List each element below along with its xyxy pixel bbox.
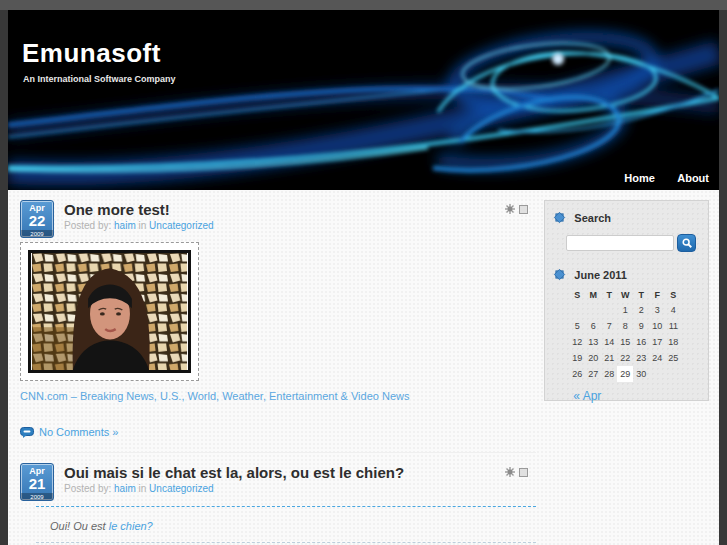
search-widget: Search xyxy=(553,211,700,252)
calendar-empty-cell xyxy=(601,302,617,318)
window-top-strip xyxy=(0,0,727,10)
calendar-day-cell: 17 xyxy=(649,334,665,350)
calendar-day-cell: 15 xyxy=(617,334,633,350)
header-swirl-art xyxy=(8,10,719,190)
calendar-empty-cell xyxy=(585,302,601,318)
calendar-day-cell: 26 xyxy=(569,366,585,382)
calendar-day-cell: 8 xyxy=(617,318,633,334)
main-nav: Home About xyxy=(606,168,709,186)
gear-icon[interactable] xyxy=(505,204,515,214)
date-year: 2009 xyxy=(21,230,53,238)
post-meta: Posted by: haim in Uncategorized xyxy=(64,220,214,231)
calendar-day-header: T xyxy=(601,287,617,302)
calendar-day-cell: 20 xyxy=(585,350,601,366)
calendar-day-headers: SMTWTFS xyxy=(569,287,681,302)
calendar-day-cell: 21 xyxy=(601,350,617,366)
calendar-week-row: 19202122232425 xyxy=(569,350,681,366)
post-date-badge: Apr 22 2009 xyxy=(20,200,54,238)
calendar-day-cell: 4 xyxy=(665,302,681,318)
comments-row: No Comments » xyxy=(20,426,536,438)
search-row xyxy=(566,234,700,252)
star-bullet-icon xyxy=(553,268,566,281)
post-header: Apr 22 2009 One more test! Posted by: ha… xyxy=(20,200,536,238)
nav-item-about[interactable]: About xyxy=(677,172,709,184)
calendar-day-header: S xyxy=(569,287,585,302)
star-bullet-icon xyxy=(553,211,566,224)
calendar-month-label: June 2011 xyxy=(574,269,627,281)
calendar-week-row: 1234 xyxy=(569,302,681,318)
search-widget-title: Search xyxy=(553,211,700,224)
search-button[interactable] xyxy=(677,234,696,252)
page-icon[interactable] xyxy=(519,205,528,214)
calendar-day-cell: 22 xyxy=(617,350,633,366)
calendar-day-cell: 28 xyxy=(601,366,617,382)
calendar-day-cell: 13 xyxy=(585,334,601,350)
post-title-link[interactable]: Oui mais si le chat est la, alors, ou es… xyxy=(64,464,404,481)
search-widget-label: Search xyxy=(574,212,611,224)
calendar-day-cell: 24 xyxy=(649,350,665,366)
site-title[interactable]: Emunasoft xyxy=(22,38,161,69)
calendar-table: SMTWTFS 12345678910111213141516171819202… xyxy=(569,287,681,382)
calendar-day-header: M xyxy=(585,287,601,302)
content-area: Apr 22 2009 One more test! Posted by: ha… xyxy=(8,190,719,545)
calendar-day-cell: 1 xyxy=(617,302,633,318)
calendar-day-header: F xyxy=(649,287,665,302)
post-date-badge: Apr 21 2009 xyxy=(20,463,54,501)
post-header: Apr 21 2009 Oui mais si le chat est la, … xyxy=(20,463,536,501)
meta-connector: in xyxy=(139,483,147,494)
search-input[interactable] xyxy=(566,235,674,251)
calendar-body: 1234567891011121314151617181920212223242… xyxy=(569,302,681,382)
page-icon[interactable] xyxy=(519,468,528,477)
post-meta: Posted by: haim in Uncategorized xyxy=(64,483,404,494)
date-day: 22 xyxy=(21,213,53,228)
post-actions xyxy=(505,467,528,477)
post-title-block: Oui mais si le chat est la, alors, ou es… xyxy=(64,463,404,494)
calendar-widget: June 2011 SMTWTFS 1234567891011121314151… xyxy=(553,268,700,404)
calendar-week-row: 12131415161718 xyxy=(569,334,681,350)
quote-block: Oui! Ou est le chien? xyxy=(36,506,536,543)
calendar-day-cell: 9 xyxy=(633,318,649,334)
calendar-empty-cell xyxy=(649,366,665,382)
calendar-day-cell: 23 xyxy=(633,350,649,366)
calendar-week-row: 567891011 xyxy=(569,318,681,334)
post-title-block: One more test! Posted by: haim in Uncate… xyxy=(64,200,214,231)
calendar-day-cell: 27 xyxy=(585,366,601,382)
category-link[interactable]: Uncategorized xyxy=(149,483,213,494)
calendar-day-cell: 11 xyxy=(665,318,681,334)
no-comments-link[interactable]: No Comments » xyxy=(39,426,118,438)
magnifier-icon xyxy=(681,237,693,249)
date-year: 2009 xyxy=(21,493,53,501)
quote-text: Oui! Ou est le chien? xyxy=(50,520,153,532)
photo-frame[interactable] xyxy=(20,242,199,381)
nav-item-home[interactable]: Home xyxy=(624,172,655,184)
author-link[interactable]: haim xyxy=(114,220,136,231)
calendar-day-cell: 14 xyxy=(601,334,617,350)
gear-icon[interactable] xyxy=(505,467,515,477)
calendar-empty-cell xyxy=(665,366,681,382)
cnn-link[interactable]: CNN.com – Breaking News, U.S., World, We… xyxy=(20,390,536,402)
quote-link[interactable]: le chien? xyxy=(109,520,153,532)
calendar-day-header: S xyxy=(665,287,681,302)
calendar-day-cell: 3 xyxy=(649,302,665,318)
quote-text-plain: Oui! Ou est xyxy=(50,520,106,532)
calendar-day-cell: 5 xyxy=(569,318,585,334)
meta-connector: in xyxy=(139,220,147,231)
calendar-day-cell: 25 xyxy=(665,350,681,366)
calendar-day-cell: 6 xyxy=(585,318,601,334)
woman-mosaic-photo xyxy=(28,250,191,373)
main-column: Apr 22 2009 One more test! Posted by: ha… xyxy=(8,190,540,545)
calendar-day-cell: 16 xyxy=(633,334,649,350)
post: Apr 21 2009 Oui mais si le chat est la, … xyxy=(20,452,536,545)
calendar-day-cell: 18 xyxy=(665,334,681,350)
post-title-link[interactable]: One more test! xyxy=(64,201,214,218)
category-link[interactable]: Uncategorized xyxy=(149,220,213,231)
meta-prefix: Posted by: xyxy=(64,483,111,494)
calendar-day-header: T xyxy=(633,287,649,302)
author-link[interactable]: haim xyxy=(114,483,136,494)
prev-month-link[interactable]: « Apr xyxy=(573,389,601,403)
calendar-week-row: 2627282930 xyxy=(569,366,681,382)
site-container: Emunasoft An International Software Comp… xyxy=(8,10,719,545)
calendar-day-cell: 2 xyxy=(633,302,649,318)
calendar-empty-cell xyxy=(569,302,585,318)
calendar-day-cell: 12 xyxy=(569,334,585,350)
